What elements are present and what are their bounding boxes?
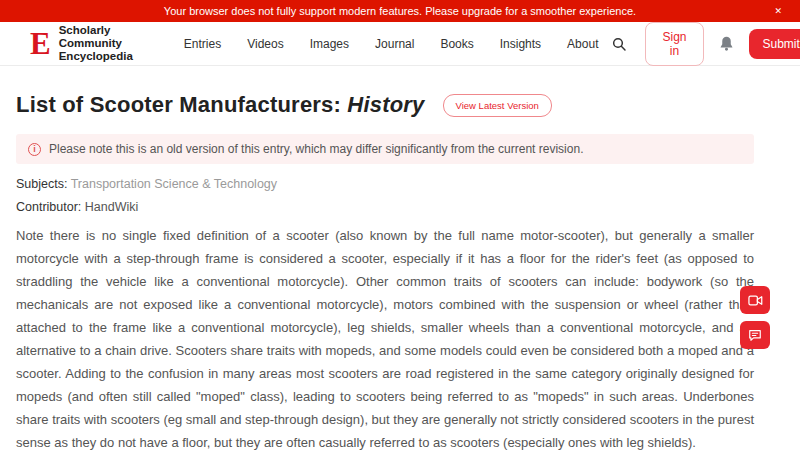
article-body-paragraph: Note there is no single fixed definition… [16,224,754,450]
page-title: List of Scooter Manufacturers: History [16,92,425,118]
site-header: E Scholarly Community Encyclopedia Entri… [0,22,800,66]
brand-name: Scholarly Community Encyclopedia [59,24,133,63]
nav-item-journal[interactable]: Journal [362,37,427,51]
subjects-line: Subjects: Transportation Science & Techn… [16,177,754,191]
info-circle-icon: i [28,143,41,156]
nav-item-about[interactable]: About [554,37,611,51]
header-actions: Sign in Submit [611,22,800,66]
contributor-value: HandWiki [85,200,139,214]
subjects-value-link[interactable]: Transportation Science & Technology [71,177,277,191]
nav-item-books[interactable]: Books [427,37,486,51]
contributor-line: Contributor: HandWiki [16,200,754,214]
logo-e-icon: E [30,30,51,58]
nav-item-insights[interactable]: Insights [487,37,554,51]
page-title-italic: History [347,92,424,117]
contributor-label: Contributor: [16,200,81,214]
brand-line2: Encyclopedia [59,50,133,62]
comment-button[interactable] [740,321,770,349]
notice-text: Please note this is an old version of th… [49,142,583,156]
nav-item-images[interactable]: Images [297,37,362,51]
search-icon[interactable] [611,36,627,52]
brand-logo[interactable]: E Scholarly Community Encyclopedia [30,24,133,63]
main-nav: Entries Videos Images Journal Books Insi… [171,37,612,51]
notification-bell-icon[interactable] [718,35,735,52]
nav-item-videos[interactable]: Videos [234,37,296,51]
browser-warning-banner: Your browser does not fully support mode… [0,0,800,22]
video-button[interactable] [740,286,770,314]
brand-line1: Scholarly Community [59,24,122,49]
subjects-label: Subjects: [16,177,67,191]
submit-button[interactable]: Submit [749,29,800,59]
banner-close-icon[interactable]: ✕ [774,7,782,16]
sign-in-button[interactable]: Sign in [645,22,703,66]
nav-item-entries[interactable]: Entries [171,37,234,51]
old-version-notice: i Please note this is an old version of … [16,134,754,164]
title-row: List of Scooter Manufacturers: History V… [16,92,754,118]
submit-label: Submit [763,37,800,51]
banner-message: Your browser does not fully support mode… [164,5,636,17]
article-main: List of Scooter Manufacturers: History V… [0,92,754,450]
view-latest-version-button[interactable]: View Latest Version [443,94,552,117]
